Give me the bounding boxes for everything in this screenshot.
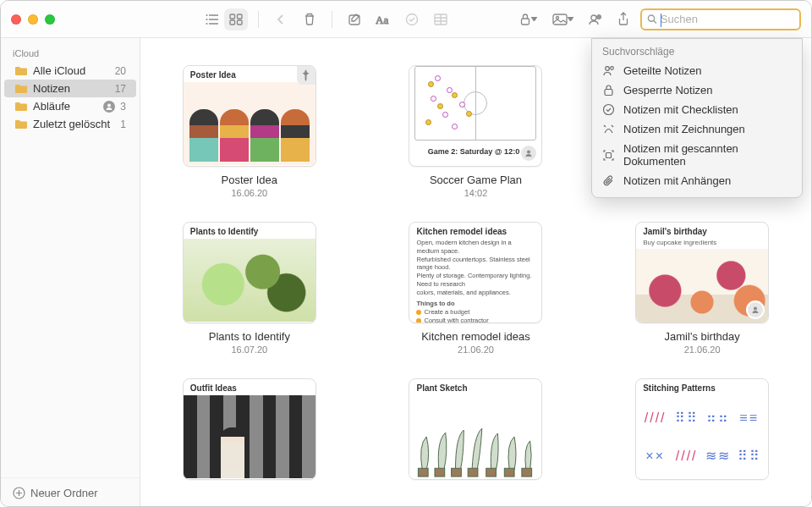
thumb-title: Plant Sketch xyxy=(409,379,541,395)
fullscreen-window-button[interactable] xyxy=(45,14,55,25)
svg-rect-8 xyxy=(230,20,235,25)
lock-button[interactable] xyxy=(513,8,542,30)
suggestion-label: Notizen mit Anhängen xyxy=(623,174,731,187)
card-date: 21.06.20 xyxy=(458,344,494,355)
thumb-title: Plants to Identify xyxy=(184,223,315,239)
svg-rect-7 xyxy=(238,14,243,19)
back-button[interactable] xyxy=(269,8,293,30)
share-button[interactable] xyxy=(612,8,635,30)
sidebar-item-all-icloud[interactable]: Alle iCloud 20 xyxy=(4,62,136,80)
sidebar-section-header: iCloud xyxy=(1,45,140,62)
svg-rect-9 xyxy=(238,20,243,25)
suggestion-label: Gesperrte Notizen xyxy=(623,84,713,96)
sidebar-item-label: Notizen xyxy=(33,82,110,95)
separator xyxy=(258,11,259,28)
svg-rect-19 xyxy=(553,14,567,25)
svg-text:Aa: Aa xyxy=(376,14,388,25)
sidebar-item-notizen[interactable]: Notizen 17 xyxy=(4,80,136,97)
search-input[interactable] xyxy=(661,13,794,25)
svg-point-26 xyxy=(648,15,654,21)
suggestions-header: Suchvorschläge xyxy=(592,44,802,61)
svg-rect-40 xyxy=(505,468,515,477)
note-card-stitching[interactable]: Stitching Patterns ////⠿⠿⠶⠶≡≡ ××////≋≋⠿⠿ xyxy=(618,378,786,480)
suggestion-drawing-notes[interactable]: Notizen mit Zeichnungen xyxy=(592,119,802,139)
new-folder-label: Neuer Ordner xyxy=(30,487,97,499)
thumb-title: Poster Idea xyxy=(184,66,315,82)
suggestion-checklist-notes[interactable]: Notizen mit Checklisten xyxy=(592,100,802,119)
lock-icon xyxy=(602,84,615,96)
note-card-plant-sketch[interactable]: Plant Sketch xyxy=(392,378,560,480)
suggestion-locked-notes[interactable]: Gesperrte Notizen xyxy=(592,80,802,100)
note-card-soccer[interactable]: Game 2: Saturday @ 12:00 Soccer Game Pla… xyxy=(392,65,560,198)
svg-rect-46 xyxy=(606,152,612,157)
svg-point-43 xyxy=(611,67,614,70)
sidebar-item-trash[interactable]: Zuletzt gelöscht 1 xyxy=(4,115,136,133)
note-card-outfit[interactable]: Outfit Ideas xyxy=(166,378,333,480)
search-field[interactable] xyxy=(640,8,801,30)
svg-rect-37 xyxy=(452,468,462,477)
svg-point-33 xyxy=(527,151,530,154)
collaborate-button[interactable] xyxy=(583,8,606,30)
close-window-button[interactable] xyxy=(11,14,21,25)
sidebar-item-count: 3 xyxy=(120,101,126,113)
card-date: 14:02 xyxy=(464,188,488,198)
sidebar-item-label: Abläufe xyxy=(33,100,98,113)
card-title: Poster Idea xyxy=(222,174,278,186)
checklist-button[interactable] xyxy=(400,8,424,30)
card-date: 16.06.20 xyxy=(231,188,267,198)
card-date: 16.07.20 xyxy=(231,344,267,355)
svg-point-45 xyxy=(604,105,614,115)
note-card-plants[interactable]: Plants to Identify Plants to Identify 16… xyxy=(166,222,333,355)
attachment-icon xyxy=(602,174,615,187)
svg-line-27 xyxy=(654,20,656,23)
svg-point-22 xyxy=(591,15,596,20)
sidebar: iCloud Alle iCloud 20 Notizen 17 Abläufe… xyxy=(1,38,140,507)
minimize-window-button[interactable] xyxy=(28,14,38,25)
folder-icon xyxy=(14,84,28,94)
thumb-title: Stitching Patterns xyxy=(636,379,768,395)
search-icon xyxy=(647,14,657,25)
svg-marker-18 xyxy=(531,17,537,21)
svg-rect-41 xyxy=(522,468,532,477)
scan-icon xyxy=(602,149,615,162)
suggestion-scanned-notes[interactable]: Notizen mit gescannten Dokumenten xyxy=(592,139,802,171)
suggestion-shared-notes[interactable]: Geteilte Notizen xyxy=(592,61,802,80)
toolbar: Aa xyxy=(192,8,801,30)
suggestion-label: Notizen mit Checklisten xyxy=(623,103,738,116)
new-note-button[interactable] xyxy=(343,8,366,30)
thumb-title: Outfit Ideas xyxy=(184,379,315,395)
note-card-kitchen[interactable]: Kitchen remodel ideas Open, modern kitch… xyxy=(392,222,560,355)
card-title: Soccer Game Plan xyxy=(430,174,522,186)
plus-circle-icon xyxy=(13,487,25,499)
separator xyxy=(332,11,332,28)
note-card-poster-idea[interactable]: Poster Idea Poster Idea 16.06.20 xyxy=(166,65,333,198)
format-button[interactable]: Aa xyxy=(371,8,395,30)
drawing-icon xyxy=(602,123,615,135)
media-button[interactable] xyxy=(547,8,578,30)
svg-point-42 xyxy=(606,67,610,71)
card-title: Plants to Identify xyxy=(209,330,290,343)
card-date: 21.06.20 xyxy=(684,344,721,355)
grid-view-button[interactable] xyxy=(224,8,248,30)
shared-icon xyxy=(602,64,615,77)
window-controls[interactable] xyxy=(11,14,55,25)
search-suggestions-dropdown: Suchvorschläge Geteilte Notizen Gesperrt… xyxy=(591,38,803,198)
delete-button[interactable] xyxy=(298,8,321,30)
svg-rect-6 xyxy=(230,14,235,19)
suggestion-attachment-notes[interactable]: Notizen mit Anhängen xyxy=(592,171,802,190)
table-button[interactable] xyxy=(429,8,453,30)
list-view-button[interactable] xyxy=(200,8,224,30)
sidebar-item-ablaeufe[interactable]: Abläufe 3 xyxy=(4,97,136,115)
svg-rect-17 xyxy=(521,19,529,25)
svg-point-29 xyxy=(107,103,111,107)
svg-point-5 xyxy=(206,23,208,25)
sidebar-item-count: 1 xyxy=(120,118,126,130)
checklist-icon xyxy=(602,103,615,116)
card-title: Kitchen remodel ideas xyxy=(421,330,530,343)
new-folder-button[interactable]: Neuer Ordner xyxy=(1,477,140,507)
shared-badge-icon xyxy=(519,144,538,163)
sidebar-item-count: 17 xyxy=(115,83,126,95)
note-card-jamil[interactable]: Jamil's birthday Buy cupcake ingredients… xyxy=(618,222,786,355)
svg-rect-39 xyxy=(486,468,497,477)
svg-point-4 xyxy=(206,19,208,20)
